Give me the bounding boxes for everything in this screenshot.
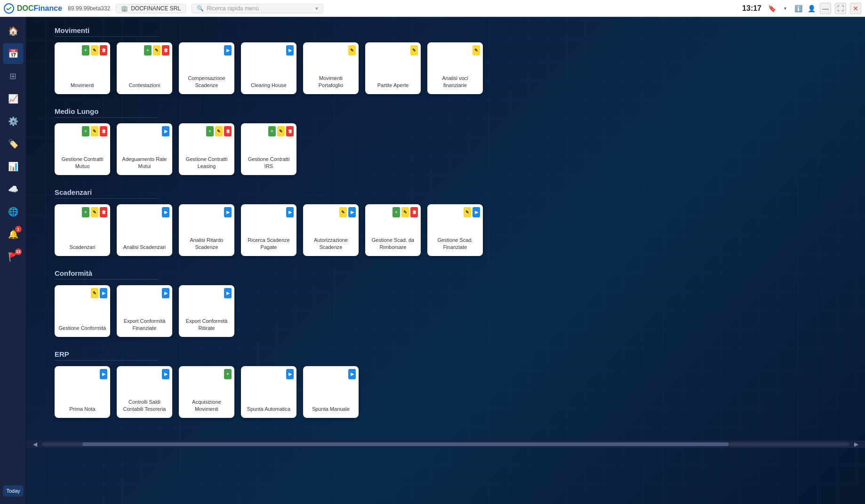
card-label-spunta-manuale: Spunta Manuale [312, 406, 350, 412]
grid-container: Movimenti+✎🗑Movimenti+✎🗑Contestazioni▶Co… [26, 17, 865, 440]
scroll-right-arrow[interactable]: ▶ [851, 441, 861, 448]
card-tag-strip: ▶ [348, 369, 356, 379]
card-gestione-conformita[interactable]: ✎▶Gestione Conformità [55, 285, 110, 337]
card-tag-strip: ✎ [410, 45, 418, 56]
card-tag-strip: ▶ [286, 369, 294, 379]
section-label-conformita: Conformità [55, 269, 158, 280]
card-analisi-voci-finanziarie[interactable]: ✎Analisi voci finanziarie [427, 42, 483, 94]
card-gestione-scad-rimborsare[interactable]: +✎🗑Gestione Scad. da Rimborsare [365, 204, 421, 256]
card-ricerca-scadenze-pagate[interactable]: ▶Ricerca Scadenze Pagate [241, 204, 296, 256]
card-label-analisi-scadenzari: Analisi Scadenzari [123, 244, 166, 250]
section-label-erp: ERP [55, 350, 158, 360]
card-export-conformita-finanziate[interactable]: ▶Export Conformità Finanziate [117, 285, 172, 337]
minimize-button[interactable]: — [820, 3, 831, 14]
card-label-export-conformita-finanziate: Export Conformità Finanziate [120, 318, 168, 331]
card-gestione-contratti-leasing[interactable]: +✎🗑Gestione Contratti Leasing [179, 123, 234, 175]
card-tag-strip: +✎🗑 [82, 207, 107, 217]
card-tag-strip: ▶ [224, 288, 232, 298]
card-label-ricerca-scadenze-pagate: Ricerca Scadenze Pagate [245, 237, 293, 250]
card-autorizzazione-scadenze[interactable]: ✎▶Autorizzazione Scadenze [303, 204, 359, 256]
sidebar-item-grid[interactable]: ⊞ [3, 66, 24, 87]
card-label-compensazione-scadenze: Compensazione Scadenze [183, 75, 231, 88]
card-tag-strip: +✎🗑 [144, 45, 169, 56]
card-tag-strip: +✎🗑 [82, 45, 107, 56]
card-spunta-automatica[interactable]: ▶Spunta Automatica [241, 366, 296, 418]
card-tag-strip: ▶ [286, 207, 294, 217]
today-button[interactable]: Today [3, 485, 24, 496]
card-tag-strip: ✎▶ [464, 207, 480, 217]
card-tag-strip: +✎🗑 [206, 126, 232, 136]
search-bar[interactable]: 🔍 Ricerca rapida menù ▾ [192, 4, 323, 13]
card-label-export-conformita-ritirate: Export Conformità Ritirate [183, 318, 231, 331]
logo-text: DOCFinance [17, 4, 62, 13]
maximize-button[interactable]: ⛶ [835, 3, 846, 14]
bookmark-dropdown[interactable]: ▾ [780, 4, 790, 13]
logo-icon [4, 3, 14, 14]
card-prima-nota[interactable]: ▶Prima Nota [55, 366, 110, 418]
card-contestazioni[interactable]: +✎🗑Contestazioni [117, 42, 172, 94]
card-export-conformita-ritirate[interactable]: ▶Export Conformità Ritirate [179, 285, 234, 337]
card-label-movimenti-portafoglio: Movimenti Portafoglio [307, 75, 355, 88]
sidebar-item-chart[interactable]: 📈 [3, 88, 24, 109]
card-movimenti-portafoglio[interactable]: ✎Movimenti Portafoglio [303, 42, 359, 94]
card-scadenzari[interactable]: +✎🗑Scadenzari [55, 204, 110, 256]
sidebar-item-flag[interactable]: 🚩 33 [3, 247, 24, 267]
company-icon: 🏢 [121, 5, 128, 12]
card-compensazione-scadenze[interactable]: ▶Compensazione Scadenze [179, 42, 234, 94]
section-erp: ERP▶Prima Nota▶Controlli Saldi Contabili… [55, 350, 856, 418]
card-tag-strip: +✎🗑 [82, 126, 107, 136]
scrollbar-thumb[interactable] [82, 442, 729, 446]
card-controlli-saldi-contabili[interactable]: ▶Controlli Saldi Contabili Tesoreria [117, 366, 172, 418]
card-tag-strip: ▶ [286, 45, 294, 56]
scrollbar-track[interactable] [42, 442, 849, 446]
close-button[interactable]: ✕ [850, 3, 861, 14]
bookmark-button[interactable]: 🔖 [767, 4, 777, 13]
sidebar-item-cloud[interactable]: ☁️ [3, 179, 24, 200]
card-adeguamento-rate-mutui[interactable]: ▶Adeguamento Rate Mutui [117, 123, 172, 175]
clock: 13:17 [742, 4, 761, 13]
section-scadenzari: Scadenzari+✎🗑Scadenzari▶Analisi Scadenza… [55, 188, 856, 256]
search-icon: 🔍 [197, 5, 204, 12]
sidebar-item-tag[interactable]: 🏷️ [3, 134, 24, 154]
card-label-acquisizione-movimenti: Acquisizione Movimenti [183, 399, 231, 412]
card-label-scadenzari: Scadenzari [69, 244, 95, 250]
company-selector[interactable]: 🏢 DOCFINANCE SRL [116, 4, 186, 13]
card-analisi-scadenzari[interactable]: ▶Analisi Scadenzari [117, 204, 172, 256]
chevron-down-icon: ▾ [315, 5, 318, 12]
card-gestione-scad-finanziate[interactable]: ✎▶Gestione Scad. Finanziate [427, 204, 483, 256]
card-label-movimenti: Movimenti [71, 82, 94, 88]
card-label-gestione-scad-finanziate: Gestione Scad. Finanziate [431, 237, 479, 250]
card-tag-strip: + [224, 369, 232, 379]
sidebar-item-calendar[interactable]: 📅 [3, 43, 24, 64]
card-label-analisi-voci-finanziarie: Analisi voci finanziarie [431, 75, 479, 88]
card-acquisizione-movimenti[interactable]: +Acquisizione Movimenti [179, 366, 234, 418]
card-analisi-ritardo-scadenze[interactable]: ▶Analisi Ritardo Scadenze [179, 204, 234, 256]
card-label-prima-nota: Prima Nota [69, 406, 95, 412]
card-label-gestione-conformita: Gestione Conformità [59, 325, 106, 331]
sidebar-item-settings[interactable]: ⚙️ [3, 111, 24, 132]
card-label-gestione-contratti-leasing: Gestione Contratti Leasing [183, 156, 231, 169]
card-label-autorizzazione-scadenze: Autorizzazione Scadenze [307, 237, 355, 250]
sidebar-item-globe[interactable]: 🌐 [3, 201, 24, 222]
sidebar-item-book[interactable]: 📊 [3, 156, 24, 177]
card-spunta-manuale[interactable]: ▶Spunta Manuale [303, 366, 359, 418]
sidebar-item-home[interactable]: 🏠 [3, 21, 24, 41]
cards-row-erp: ▶Prima Nota▶Controlli Saldi Contabili Te… [55, 366, 856, 418]
info-button[interactable]: ℹ️ [793, 4, 803, 13]
card-label-adeguamento-rate-mutui: Adeguamento Rate Mutui [120, 156, 168, 169]
card-movimenti[interactable]: +✎🗑Movimenti [55, 42, 110, 94]
card-gestione-contratti-irs[interactable]: +✎🗑Gestione Contratti IRS [241, 123, 296, 175]
scroll-left-arrow[interactable]: ◀ [30, 441, 40, 448]
topbar-actions: 🔖 ▾ ℹ️ 👤 — ⛶ ✕ [767, 3, 861, 14]
sidebar-item-alert[interactable]: 🔔 1 [3, 224, 24, 245]
card-clearing-house[interactable]: ▶Clearing House [241, 42, 296, 94]
card-tag-strip: ▶ [224, 207, 232, 217]
cards-row-scadenzari: +✎🗑Scadenzari▶Analisi Scadenzari▶Analisi… [55, 204, 856, 256]
user-button[interactable]: 👤 [807, 4, 816, 13]
card-tag-strip: ✎ [473, 45, 480, 56]
logo: DOCFinance [4, 3, 62, 14]
card-gestione-contratti-mutuo[interactable]: +✎🗑Gestione Contratti Mutuo [55, 123, 110, 175]
content-area: Movimenti+✎🗑Movimenti+✎🗑Contestazioni▶Co… [26, 17, 865, 504]
card-partite-aperte[interactable]: ✎Partite Aperte [365, 42, 421, 94]
version-label: 89.99.99beta332 [68, 5, 110, 12]
